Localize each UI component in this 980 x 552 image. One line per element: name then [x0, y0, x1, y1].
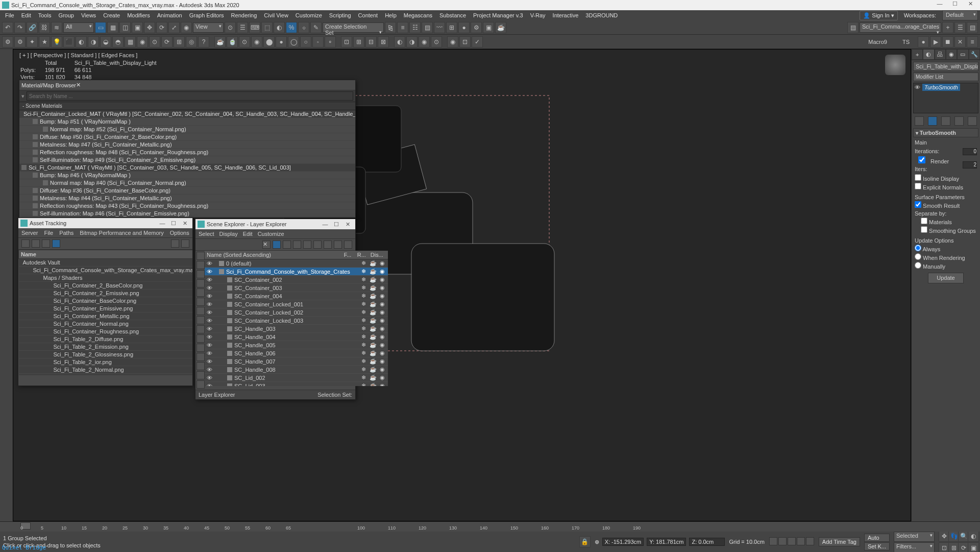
se-filter-14[interactable] — [197, 380, 205, 389]
at-col-name[interactable]: Name — [19, 250, 193, 259]
select-object-button[interactable]: ▭ — [95, 22, 106, 33]
se-filter-11[interactable] — [197, 353, 205, 361]
coord-y-field[interactable]: Y: 181.781cm — [647, 538, 686, 546]
toolbar2-btn-37[interactable]: ⊙ — [431, 36, 442, 47]
menu-edit[interactable]: Edit — [18, 11, 34, 19]
asset-row[interactable]: Sci_Fi_Container_Roughness.pngOk — [19, 328, 193, 335]
asset-row[interactable]: Sci_Fi_Container_Metallic.pngOk — [19, 313, 193, 320]
menu-views[interactable]: Views — [78, 11, 99, 19]
scene-row[interactable]: 👁Sci_Fi_Command_Console_with_Storage_Cra… — [205, 268, 388, 276]
asset-row[interactable]: Sci_Fi_Table_2_ior.pngOk — [19, 358, 193, 366]
scale-button[interactable]: ⤢ — [168, 22, 180, 33]
asset-row[interactable]: Sci_Fi_Container_Normal.pngOk — [19, 320, 193, 328]
at-btn-2[interactable] — [32, 239, 40, 248]
spinner-snap-button[interactable]: ⟐ — [298, 22, 309, 33]
se-filter-9[interactable] — [197, 334, 205, 343]
material-browser-close[interactable]: ✕ — [76, 82, 81, 88]
key-filters-button[interactable]: Filters... — [894, 542, 935, 553]
render-frame-button[interactable]: ▣ — [483, 22, 494, 33]
add-time-tag-button[interactable]: Add Time Tag — [819, 537, 860, 546]
update-always-radio[interactable] — [915, 245, 921, 251]
macro-ctrl-2[interactable]: ⏹ — [942, 36, 953, 47]
update-button[interactable]: Update — [928, 273, 964, 283]
scene-name-field[interactable]: Sci_Fi_Comma...orage_Crates — [860, 22, 941, 33]
lock-selection-button[interactable]: 🔒 — [579, 536, 591, 547]
link-button[interactable]: 🔗 — [27, 22, 38, 33]
at-menu-paths[interactable]: Paths — [59, 230, 74, 236]
toolbar2-btn-40[interactable]: ⊡ — [459, 36, 471, 47]
tab-hierarchy[interactable]: 品 — [935, 49, 946, 60]
redo-button[interactable]: ↷ — [14, 22, 26, 33]
coord-z-field[interactable]: Z: 0.0cm — [689, 538, 725, 546]
material-row[interactable]: Bump: Map #45 ( VRayNormalMap ) — [19, 172, 355, 179]
material-row[interactable]: Normal map: Map #40 (Sci_Fi_Container_No… — [19, 179, 355, 187]
scene-row[interactable]: 👁SC_Handle_007❄☕◉ — [205, 357, 388, 366]
render-button[interactable]: ☕ — [495, 22, 506, 33]
bind-button[interactable]: ≋ — [51, 22, 62, 33]
scene-row[interactable]: 👁SC_Handle_003❄☕◉ — [205, 325, 388, 333]
make-unique-button[interactable] — [941, 116, 950, 126]
se-tb-8[interactable] — [334, 241, 342, 249]
menu-substance[interactable]: Substance — [436, 11, 469, 19]
toggle-ribbon-button[interactable]: ▤ — [422, 22, 433, 33]
asset-row[interactable]: Maps / Shaders — [19, 274, 193, 282]
rect-region-button[interactable]: ◫ — [119, 22, 131, 33]
menu-megascans[interactable]: Megascans — [401, 11, 435, 19]
toolbar2-btn-10[interactable]: ▦ — [125, 36, 136, 47]
toolbar2-btn-23[interactable]: ● — [276, 36, 287, 47]
at-btn-4[interactable] — [52, 239, 60, 248]
object-name-field[interactable]: Sci_Fi_Table_with_Display_ — [913, 62, 978, 71]
material-row[interactable]: Reflection roughness: Map #48 (Sci_Fi_Co… — [19, 149, 355, 156]
toolbar2-btn-8[interactable]: ◒ — [100, 36, 111, 47]
menu-animation[interactable]: Animation — [154, 11, 185, 19]
toolbar2-btn-14[interactable]: ⊞ — [174, 36, 185, 47]
auto-key-button[interactable]: Auto — [864, 534, 890, 542]
tab-utilities[interactable]: 🔧 — [969, 49, 980, 60]
toolbar2-btn-1[interactable]: ⚙ — [14, 36, 26, 47]
toolbar2-btn-4[interactable]: 💡 — [51, 36, 62, 47]
se-filter-3[interactable] — [197, 279, 205, 287]
se-menu-customize[interactable]: Customize — [258, 231, 284, 237]
se-menu-select[interactable]: Select — [199, 231, 214, 237]
viewcube[interactable] — [885, 55, 905, 75]
se-col-display[interactable]: Dis... — [371, 252, 386, 258]
at-btn-3[interactable] — [42, 239, 50, 248]
update-manually-radio[interactable] — [915, 262, 921, 269]
material-tree[interactable]: Sci-Fi_Container_Locked_MAT ( VRayMtl ) … — [19, 110, 355, 218]
scene-row[interactable]: 👁SC_Container_003❄☕◉ — [205, 284, 388, 292]
transform-type-icon[interactable]: ⊕ — [595, 539, 599, 545]
toolbar2-btn-9[interactable]: ◓ — [112, 36, 124, 47]
smooth-result-checkbox[interactable] — [915, 201, 921, 208]
render-setup-button[interactable]: ⚙ — [471, 22, 482, 33]
menu-civil-view[interactable]: Civil View — [261, 11, 291, 19]
edit-named-sel-button[interactable]: ✎ — [310, 22, 322, 33]
material-row[interactable]: Sci-Fi_Container_Locked_MAT ( VRayMtl ) … — [19, 110, 355, 118]
toolbar2-btn-13[interactable]: ⟳ — [161, 36, 173, 47]
layer-new-button[interactable]: + — [942, 22, 953, 33]
nav-fov-button[interactable]: ◐ — [968, 531, 979, 542]
menu-content[interactable]: Content — [355, 11, 381, 19]
toolbar2-btn-26[interactable]: ◦ — [312, 36, 324, 47]
toolbar2-btn-7[interactable]: ◑ — [88, 36, 99, 47]
separate-materials-checkbox[interactable] — [921, 218, 927, 224]
scene-row[interactable]: 👁SC_Container_Locked_003❄☕◉ — [205, 317, 388, 325]
material-row[interactable]: Normal map: Map #52 (Sci_Fi_Container_No… — [19, 126, 355, 133]
named-selection-set[interactable]: Create Selection Set — [323, 22, 384, 33]
separate-sg-checkbox[interactable] — [921, 226, 927, 233]
se-tb-1[interactable]: ✕ — [262, 241, 271, 249]
material-row[interactable]: Self-illumination: Map #46 (Sci_Fi_Conta… — [19, 210, 355, 218]
menu-tools[interactable]: Tools — [35, 11, 55, 19]
macro-ctrl-4[interactable]: ≡ — [967, 36, 978, 47]
undo-button[interactable]: ↶ — [2, 22, 13, 33]
isoline-checkbox[interactable] — [915, 174, 921, 181]
se-filter-4[interactable] — [197, 289, 205, 297]
se-tb-3[interactable] — [283, 241, 291, 249]
selection-filter[interactable]: All — [63, 22, 94, 33]
scene-explorer-list[interactable]: Name (Sorted Ascending)F...R...Dis... 👁0… — [205, 251, 388, 390]
toolbar2-btn-41[interactable]: ✓ — [472, 36, 483, 47]
toolbar2-btn-34[interactable]: ◐ — [394, 36, 405, 47]
material-row[interactable]: Diffuse: Map #50 (Sci_Fi_Container_2_Bas… — [19, 133, 355, 141]
asset-tracking-minimize[interactable]: — — [157, 220, 168, 226]
percent-snap-button[interactable]: % — [286, 22, 297, 33]
asset-row[interactable]: Sci_Fi_Table_2_Normal.pngOk — [19, 366, 193, 374]
